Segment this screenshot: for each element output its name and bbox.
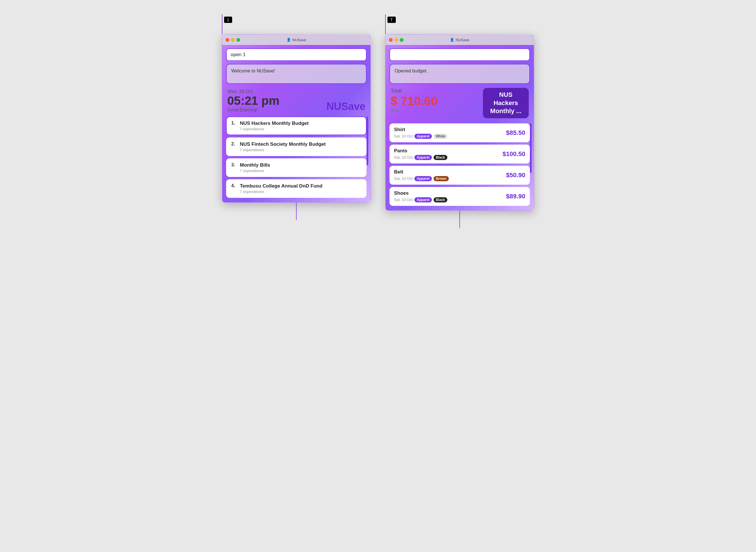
greeting-label: Good Evening! bbox=[227, 107, 280, 113]
budget-item-4-count: 7 expenditures bbox=[240, 189, 322, 194]
budget-item-1[interactable]: 1. NUS Hackers Monthly Budget 7 expendit… bbox=[226, 117, 366, 135]
exp-item-1[interactable]: Shirt Sat, 10 Oct Apparel White $85.50 bbox=[390, 123, 530, 142]
left-titlebar: 👤 NUSave bbox=[222, 35, 370, 45]
exp-item-4[interactable]: Shoes Sat, 10 Oct Apparel Black $89.90 bbox=[390, 187, 530, 206]
left-annotation-line-bottom bbox=[296, 203, 297, 220]
total-left: Total: $ 710.60 /600 bbox=[391, 88, 438, 113]
right-maximize-button[interactable] bbox=[400, 38, 404, 42]
right-search-input[interactable] bbox=[390, 48, 530, 61]
close-button[interactable] bbox=[226, 38, 229, 42]
app-brand: NUSave bbox=[326, 101, 365, 113]
total-label: Total: bbox=[391, 88, 438, 94]
right-message-box: Opened budget. bbox=[390, 64, 530, 84]
budget-item-1-count: 7 expenditures bbox=[240, 127, 309, 131]
left-search-input[interactable] bbox=[226, 48, 366, 61]
maximize-button[interactable] bbox=[236, 38, 240, 42]
exp-item-3[interactable]: Belt Sat, 10 Oct Apparel Brown $50.90 bbox=[390, 166, 530, 185]
right-scrollbar-thumb[interactable] bbox=[530, 123, 532, 173]
right-annotation-label: T bbox=[388, 17, 396, 23]
budget-item-3-count: 7 expenditures bbox=[240, 169, 270, 173]
exp-item-2-meta: Sat, 10 Oct Apparel Black bbox=[394, 155, 447, 160]
right-message-text: Opened budget. bbox=[395, 68, 428, 73]
exp-item-3-date: Sat, 10 Oct bbox=[394, 176, 413, 181]
budget-item-3-info: Monthly Bills 7 expenditures bbox=[240, 162, 270, 173]
total-budget: /600 bbox=[391, 108, 438, 113]
exp-item-3-tag-brown: Brown bbox=[434, 176, 449, 181]
budget-item-3-num: 3. bbox=[231, 162, 237, 167]
right-close-button[interactable] bbox=[389, 38, 393, 42]
budget-item-4[interactable]: 4. Tembusu College Annual DnD Fund 7 exp… bbox=[226, 179, 366, 198]
date-label: Wed, 28 Oct bbox=[227, 89, 280, 94]
budget-item-2[interactable]: 2. NUS Fintech Society Monthly Budget 7 … bbox=[226, 137, 366, 156]
exp-item-4-name: Shoes bbox=[394, 190, 447, 196]
budget-item-2-name: NUS Fintech Society Monthly Budget bbox=[240, 141, 326, 147]
exp-item-1-meta: Sat, 10 Oct Apparel White bbox=[394, 134, 447, 139]
budget-item-2-info: NUS Fintech Society Monthly Budget 7 exp… bbox=[240, 141, 326, 152]
datetime-left: Wed, 28 Oct 05:21 pm Good Evening! bbox=[227, 89, 280, 113]
left-traffic-lights bbox=[226, 38, 240, 42]
right-window: 👤 NUSave Opened budget. Total: $ 710.60 … bbox=[385, 34, 534, 211]
exp-item-1-amount: $85.50 bbox=[506, 129, 525, 137]
exp-item-2[interactable]: Pants Sat, 10 Oct Apparel Black $100.50 bbox=[390, 145, 530, 163]
time-label: 05:21 pm bbox=[227, 95, 280, 107]
exp-item-1-left: Shirt Sat, 10 Oct Apparel White bbox=[394, 127, 447, 139]
exp-item-2-amount: $100.50 bbox=[502, 150, 525, 158]
exp-item-3-name: Belt bbox=[394, 169, 449, 175]
budget-item-3[interactable]: 3. Monthly Bills 7 expenditures bbox=[226, 158, 366, 177]
exp-item-1-name: Shirt bbox=[394, 127, 447, 133]
exp-item-4-amount: $89.90 bbox=[506, 193, 525, 200]
budget-item-1-info: NUS Hackers Monthly Budget 7 expenditure… bbox=[240, 121, 309, 131]
budget-item-1-num: 1. bbox=[231, 121, 237, 126]
right-annotation-line-top bbox=[385, 14, 386, 34]
total-section: Total: $ 710.60 /600 NUS Hackers Monthly… bbox=[390, 87, 530, 121]
left-column: 1 👤 NUSave Welcome to NUSave! bbox=[222, 14, 371, 228]
exp-item-1-tag-apparel: Apparel bbox=[414, 134, 432, 139]
exp-item-3-left: Belt Sat, 10 Oct Apparel Brown bbox=[394, 169, 449, 181]
right-window-content: Opened budget. Total: $ 710.60 /600 NUS … bbox=[386, 45, 534, 211]
exp-item-1-date: Sat, 10 Oct bbox=[394, 134, 413, 138]
exp-item-2-left: Pants Sat, 10 Oct Apparel Black bbox=[394, 148, 447, 160]
left-title-icon: 👤 bbox=[287, 38, 291, 42]
exp-item-2-tag-black: Black bbox=[434, 155, 447, 160]
right-title-icon: 👤 bbox=[450, 38, 454, 42]
right-titlebar: 👤 NUSave bbox=[386, 35, 534, 45]
exp-item-4-date: Sat, 10 Oct bbox=[394, 197, 413, 202]
exp-item-3-meta: Sat, 10 Oct Apparel Brown bbox=[394, 176, 449, 181]
left-window: 👤 NUSave Welcome to NUSave! Wed, 28 Oct … bbox=[222, 34, 371, 203]
exp-item-3-tag-apparel: Apparel bbox=[414, 176, 432, 181]
budget-item-3-name: Monthly Bills bbox=[240, 162, 270, 168]
right-title-text: NUSave bbox=[456, 38, 469, 42]
right-traffic-lights bbox=[389, 38, 404, 42]
exp-item-4-tag-apparel: Apparel bbox=[414, 197, 432, 202]
right-window-title: 👤 NUSave bbox=[450, 38, 469, 42]
exp-item-3-amount: $50.90 bbox=[506, 171, 525, 179]
budget-item-2-num: 2. bbox=[231, 141, 237, 147]
exp-item-4-meta: Sat, 10 Oct Apparel Black bbox=[394, 197, 447, 202]
budget-name-badge: NUS Hackers Monthly ... bbox=[483, 88, 529, 118]
left-scrollbar-thumb[interactable] bbox=[366, 117, 368, 165]
minimize-button[interactable] bbox=[231, 38, 235, 42]
right-top-annotation-area: T bbox=[385, 14, 534, 34]
left-title-text: NUSave bbox=[292, 38, 306, 42]
exp-item-2-name: Pants bbox=[394, 148, 447, 154]
left-top-annotation-area: 1 bbox=[222, 14, 371, 34]
exp-item-1-tag-white: White bbox=[434, 134, 448, 139]
left-window-content: Welcome to NUSave! Wed, 28 Oct 05:21 pm … bbox=[222, 45, 370, 202]
left-annotation-line-top bbox=[222, 14, 222, 34]
left-message-box: Welcome to NUSave! bbox=[226, 64, 366, 84]
left-message-text: Welcome to NUSave! bbox=[231, 68, 275, 73]
budget-list: 1. NUS Hackers Monthly Budget 7 expendit… bbox=[226, 117, 366, 198]
budget-item-1-name: NUS Hackers Monthly Budget bbox=[240, 121, 309, 126]
exp-item-4-tag-black: Black bbox=[434, 197, 447, 202]
budget-item-4-info: Tembusu College Annual DnD Fund 7 expend… bbox=[240, 183, 322, 194]
left-annotation-label: 1 bbox=[224, 17, 232, 23]
exp-item-4-left: Shoes Sat, 10 Oct Apparel Black bbox=[394, 190, 447, 202]
budget-item-2-count: 7 expenditures bbox=[240, 148, 326, 152]
budget-item-4-name: Tembusu College Annual DnD Fund bbox=[240, 183, 322, 189]
right-annotation-line-bottom bbox=[459, 211, 460, 228]
expenditure-list: Shirt Sat, 10 Oct Apparel White $85.50 bbox=[390, 123, 530, 206]
right-minimize-button[interactable] bbox=[394, 38, 398, 42]
budget-item-4-num: 4. bbox=[231, 183, 237, 188]
left-window-title: 👤 NUSave bbox=[287, 38, 306, 42]
exp-item-2-tag-apparel: Apparel bbox=[414, 155, 432, 160]
